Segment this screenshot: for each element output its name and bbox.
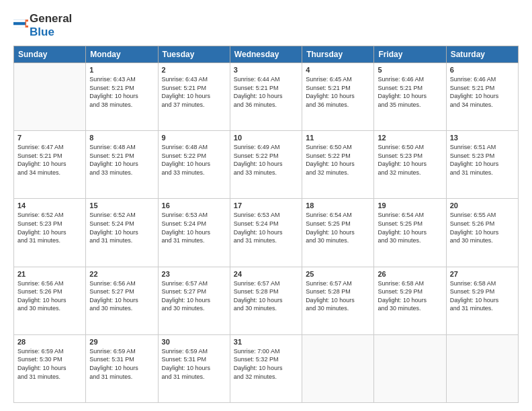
day-info: Sunrise: 6:59 AM Sunset: 5:31 PM Dayligh… xyxy=(89,347,154,381)
day-info: Sunrise: 6:53 AM Sunset: 5:24 PM Dayligh… xyxy=(162,211,226,244)
calendar-cell: 16Sunrise: 6:53 AM Sunset: 5:24 PM Dayli… xyxy=(158,199,230,267)
calendar-cell: 14Sunrise: 6:52 AM Sunset: 5:23 PM Dayli… xyxy=(14,199,86,267)
calendar-cell: 7Sunrise: 6:47 AM Sunset: 5:21 PM Daylig… xyxy=(14,131,86,199)
day-number: 31 xyxy=(234,338,298,346)
day-number: 27 xyxy=(450,270,515,278)
day-number: 6 xyxy=(450,66,515,74)
calendar-cell: 23Sunrise: 6:57 AM Sunset: 5:27 PM Dayli… xyxy=(158,267,230,334)
day-number: 5 xyxy=(378,66,442,74)
weekday-header-monday: Monday xyxy=(86,46,158,63)
day-number: 12 xyxy=(378,134,442,142)
day-info: Sunrise: 6:43 AM Sunset: 5:21 PM Dayligh… xyxy=(162,75,226,109)
day-number: 29 xyxy=(89,338,154,346)
day-info: Sunrise: 6:52 AM Sunset: 5:24 PM Dayligh… xyxy=(89,211,154,244)
calendar-cell: 6Sunrise: 6:46 AM Sunset: 5:21 PM Daylig… xyxy=(446,63,518,131)
day-number: 19 xyxy=(378,201,442,210)
day-info: Sunrise: 6:56 AM Sunset: 5:27 PM Dayligh… xyxy=(89,279,154,313)
day-number: 30 xyxy=(162,338,226,346)
calendar-cell: 20Sunrise: 6:55 AM Sunset: 5:26 PM Dayli… xyxy=(446,199,518,267)
calendar-cell xyxy=(302,334,374,402)
calendar-cell xyxy=(446,334,518,402)
day-number: 17 xyxy=(234,201,298,210)
day-info: Sunrise: 6:48 AM Sunset: 5:22 PM Dayligh… xyxy=(162,143,226,177)
day-number: 7 xyxy=(17,134,82,142)
day-number: 21 xyxy=(17,270,82,278)
day-info: Sunrise: 6:48 AM Sunset: 5:21 PM Dayligh… xyxy=(89,143,154,177)
weekday-header-sunday: Sunday xyxy=(14,46,86,63)
weekday-header-tuesday: Tuesday xyxy=(158,46,230,63)
day-number: 26 xyxy=(378,270,442,278)
day-number: 1 xyxy=(89,66,154,74)
calendar-cell: 13Sunrise: 6:51 AM Sunset: 5:23 PM Dayli… xyxy=(446,131,518,199)
logo-blue: Blue xyxy=(30,26,54,38)
day-info: Sunrise: 6:50 AM Sunset: 5:23 PM Dayligh… xyxy=(378,143,442,177)
logo-icon xyxy=(13,18,28,33)
calendar-cell xyxy=(14,63,86,131)
day-info: Sunrise: 6:44 AM Sunset: 5:21 PM Dayligh… xyxy=(234,75,298,109)
day-info: Sunrise: 6:57 AM Sunset: 5:27 PM Dayligh… xyxy=(162,279,226,313)
day-number: 9 xyxy=(162,134,226,142)
calendar-cell: 2Sunrise: 6:43 AM Sunset: 5:21 PM Daylig… xyxy=(158,63,230,131)
weekday-header-thursday: Thursday xyxy=(302,46,374,63)
calendar-cell: 27Sunrise: 6:58 AM Sunset: 5:29 PM Dayli… xyxy=(446,267,518,334)
day-info: Sunrise: 6:57 AM Sunset: 5:28 PM Dayligh… xyxy=(306,279,370,313)
day-info: Sunrise: 6:54 AM Sunset: 5:25 PM Dayligh… xyxy=(306,211,370,244)
logo: General Blue xyxy=(13,12,72,39)
calendar-cell: 22Sunrise: 6:56 AM Sunset: 5:27 PM Dayli… xyxy=(86,267,158,334)
day-info: Sunrise: 6:59 AM Sunset: 5:31 PM Dayligh… xyxy=(162,347,226,381)
day-info: Sunrise: 6:46 AM Sunset: 5:21 PM Dayligh… xyxy=(378,75,442,109)
day-info: Sunrise: 6:54 AM Sunset: 5:25 PM Dayligh… xyxy=(378,211,442,244)
calendar-cell xyxy=(374,334,446,402)
day-info: Sunrise: 6:43 AM Sunset: 5:21 PM Dayligh… xyxy=(89,75,154,109)
calendar-cell: 1Sunrise: 6:43 AM Sunset: 5:21 PM Daylig… xyxy=(86,63,158,131)
day-info: Sunrise: 6:52 AM Sunset: 5:23 PM Dayligh… xyxy=(17,211,82,244)
calendar-cell: 30Sunrise: 6:59 AM Sunset: 5:31 PM Dayli… xyxy=(158,334,230,402)
day-number: 22 xyxy=(89,270,154,278)
calendar-cell: 21Sunrise: 6:56 AM Sunset: 5:26 PM Dayli… xyxy=(14,267,86,334)
calendar-cell: 19Sunrise: 6:54 AM Sunset: 5:25 PM Dayli… xyxy=(374,199,446,267)
day-info: Sunrise: 6:51 AM Sunset: 5:23 PM Dayligh… xyxy=(450,143,515,177)
day-info: Sunrise: 6:49 AM Sunset: 5:22 PM Dayligh… xyxy=(234,143,298,177)
calendar-cell: 8Sunrise: 6:48 AM Sunset: 5:21 PM Daylig… xyxy=(86,131,158,199)
day-number: 2 xyxy=(162,66,226,74)
day-info: Sunrise: 6:47 AM Sunset: 5:21 PM Dayligh… xyxy=(17,143,82,177)
day-number: 3 xyxy=(234,66,298,74)
calendar-cell: 15Sunrise: 6:52 AM Sunset: 5:24 PM Dayli… xyxy=(86,199,158,267)
weekday-header-saturday: Saturday xyxy=(446,46,518,63)
day-number: 13 xyxy=(450,134,515,142)
day-number: 14 xyxy=(17,201,82,210)
day-number: 18 xyxy=(306,201,370,210)
logo-general: General xyxy=(30,12,72,25)
day-info: Sunrise: 6:45 AM Sunset: 5:21 PM Dayligh… xyxy=(306,75,370,109)
day-number: 15 xyxy=(89,201,154,210)
day-info: Sunrise: 6:53 AM Sunset: 5:24 PM Dayligh… xyxy=(234,211,298,244)
calendar-cell: 4Sunrise: 6:45 AM Sunset: 5:21 PM Daylig… xyxy=(302,63,374,131)
day-info: Sunrise: 6:58 AM Sunset: 5:29 PM Dayligh… xyxy=(450,279,515,313)
day-number: 23 xyxy=(162,270,226,278)
day-number: 24 xyxy=(234,270,298,278)
calendar-cell: 18Sunrise: 6:54 AM Sunset: 5:25 PM Dayli… xyxy=(302,199,374,267)
calendar-cell: 24Sunrise: 6:57 AM Sunset: 5:28 PM Dayli… xyxy=(230,267,302,334)
calendar-cell: 11Sunrise: 6:50 AM Sunset: 5:22 PM Dayli… xyxy=(302,131,374,199)
calendar-cell: 5Sunrise: 6:46 AM Sunset: 5:21 PM Daylig… xyxy=(374,63,446,131)
day-number: 4 xyxy=(306,66,370,74)
day-info: Sunrise: 6:59 AM Sunset: 5:30 PM Dayligh… xyxy=(17,347,82,381)
calendar-cell: 26Sunrise: 6:58 AM Sunset: 5:29 PM Dayli… xyxy=(374,267,446,334)
day-number: 28 xyxy=(17,338,82,346)
day-number: 8 xyxy=(89,134,154,142)
calendar-cell: 10Sunrise: 6:49 AM Sunset: 5:22 PM Dayli… xyxy=(230,131,302,199)
weekday-header-friday: Friday xyxy=(374,46,446,63)
calendar-cell: 17Sunrise: 6:53 AM Sunset: 5:24 PM Dayli… xyxy=(230,199,302,267)
day-info: Sunrise: 6:55 AM Sunset: 5:26 PM Dayligh… xyxy=(450,211,515,244)
day-number: 10 xyxy=(234,134,298,142)
day-number: 20 xyxy=(450,201,515,210)
day-info: Sunrise: 6:46 AM Sunset: 5:21 PM Dayligh… xyxy=(450,75,515,109)
weekday-header-wednesday: Wednesday xyxy=(230,46,302,63)
day-number: 11 xyxy=(306,134,370,142)
calendar-cell: 28Sunrise: 6:59 AM Sunset: 5:30 PM Dayli… xyxy=(14,334,86,402)
calendar-table: SundayMondayTuesdayWednesdayThursdayFrid… xyxy=(13,46,519,403)
day-info: Sunrise: 6:50 AM Sunset: 5:22 PM Dayligh… xyxy=(306,143,370,177)
page-header: General Blue xyxy=(13,12,519,39)
calendar-cell: 12Sunrise: 6:50 AM Sunset: 5:23 PM Dayli… xyxy=(374,131,446,199)
day-info: Sunrise: 7:00 AM Sunset: 5:32 PM Dayligh… xyxy=(234,347,298,381)
